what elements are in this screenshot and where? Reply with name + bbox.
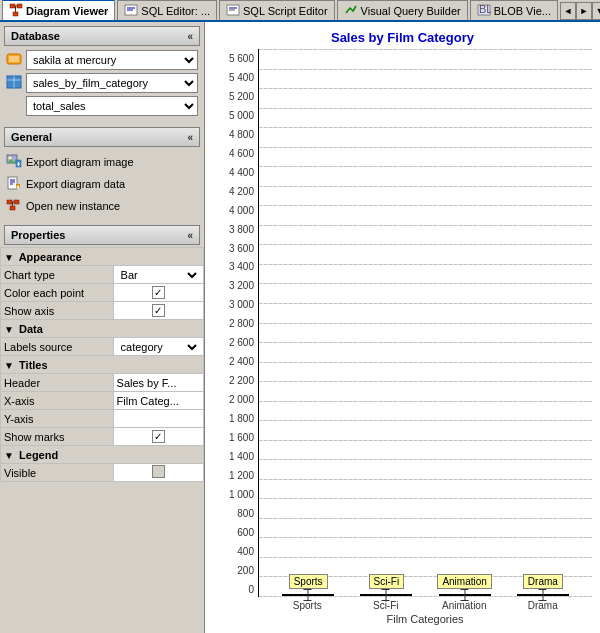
general-collapse-btn[interactable]: « — [187, 132, 193, 143]
left-panel: Database « sakila at mercury — [0, 22, 205, 633]
titles-group-label: Titles — [19, 359, 48, 371]
titles-collapse-icon[interactable]: ▼ — [4, 360, 14, 371]
x-axis-title: Film Categories — [258, 613, 592, 625]
color-each-point-label: Color each point — [4, 287, 84, 299]
visible-label-cell: Visible — [1, 464, 114, 482]
show-axis-checkbox[interactable]: ✓ — [152, 304, 165, 317]
bar[interactable] — [439, 594, 491, 596]
x-axis-value-cell[interactable]: Film Categ... — [113, 392, 203, 410]
y-axis-label: 5 400 — [229, 73, 254, 83]
svg-rect-1 — [17, 4, 22, 8]
properties-collapse-btn[interactable]: « — [187, 230, 193, 241]
svg-rect-33 — [10, 206, 15, 210]
header-value-cell[interactable]: Sales by F... — [113, 374, 203, 392]
y-axis-label: 5 200 — [229, 92, 254, 102]
labels-source-select[interactable]: category — [117, 340, 200, 354]
tab-visual-query[interactable]: Visual Query Builder — [337, 0, 468, 20]
y-axis-label: 2 200 — [229, 376, 254, 386]
y-axis-label: 3 200 — [229, 281, 254, 291]
y-axis-label: 1 600 — [229, 433, 254, 443]
connection-select[interactable]: sakila at mercury — [26, 50, 198, 70]
database-collapse-btn[interactable]: « — [187, 31, 193, 42]
tab-menu[interactable]: ▼ — [592, 2, 600, 20]
tab-diagram-viewer[interactable]: Diagram Viewer — [2, 0, 115, 20]
svg-text:BLB: BLB — [479, 3, 491, 15]
y-axis-row: Y-axis — [1, 410, 204, 428]
bar-tooltip: Sports — [289, 574, 328, 589]
data-group-label: Data — [19, 323, 43, 335]
y-axis-label: 4 600 — [229, 149, 254, 159]
color-each-point-checkbox[interactable]: ✓ — [152, 286, 165, 299]
x-axis-label: X-axis — [4, 395, 35, 407]
labels-source-value-cell: category — [113, 338, 203, 356]
visible-checkbox[interactable] — [152, 465, 165, 478]
y-axis-label-cell: Y-axis — [1, 410, 114, 428]
export-image-action[interactable]: Export diagram image — [6, 151, 198, 173]
tab-visual-query-label: Visual Query Builder — [361, 5, 461, 17]
y-axis-label: 4 400 — [229, 168, 254, 178]
appearance-collapse-icon[interactable]: ▼ — [4, 252, 14, 263]
tab-sql-editor[interactable]: SQL Editor: ... — [117, 0, 217, 20]
database-title: Database — [11, 30, 60, 42]
properties-section-body: ▼ Appearance Chart type Bar — [0, 247, 204, 482]
properties-section-header[interactable]: Properties « — [4, 225, 200, 245]
y-axis-label: 3 600 — [229, 244, 254, 254]
connection-row: sakila at mercury — [6, 50, 198, 70]
appearance-group-row: ▼ Appearance — [1, 248, 204, 266]
x-label: Sports — [277, 600, 337, 611]
show-marks-checkbox[interactable]: ✓ — [152, 430, 165, 443]
appearance-group-label: Appearance — [19, 251, 82, 263]
properties-title: Properties — [11, 229, 65, 241]
y-axis-label: 2 600 — [229, 338, 254, 348]
open-instance-action[interactable]: Open new instance — [6, 195, 198, 217]
tab-sql-script[interactable]: SQL Script Editor — [219, 0, 335, 20]
visible-value-cell — [113, 464, 203, 482]
chart-type-dropdown[interactable]: Bar — [117, 268, 200, 282]
x-axis-row: X-axis Film Categ... — [1, 392, 204, 410]
y-axis-label: 4 200 — [229, 187, 254, 197]
general-section-body: Export diagram image Export diagram data — [0, 149, 204, 221]
chart-type-select[interactable]: Bar — [117, 268, 200, 282]
svg-rect-14 — [9, 56, 19, 62]
tab-nav-buttons: ◄ ► ▼ — [560, 2, 600, 20]
error-bar — [542, 589, 543, 601]
properties-table: ▼ Appearance Chart type Bar — [0, 247, 204, 482]
database-section-header[interactable]: Database « — [4, 26, 200, 46]
error-bar — [464, 589, 465, 601]
labels-source-label-cell: Labels source — [1, 338, 114, 356]
labels-source-dropdown[interactable]: category — [117, 340, 200, 354]
bar-tooltip: Animation — [437, 574, 491, 589]
y-axis-label: 1 000 — [229, 490, 254, 500]
labels-source-row: Labels source category — [1, 338, 204, 356]
data-group-header: ▼ Data — [1, 320, 204, 338]
bar[interactable] — [360, 594, 412, 596]
grid-and-bars: SportsSci-FiAnimationDrama — [258, 49, 592, 597]
svg-rect-31 — [7, 200, 12, 204]
bar[interactable] — [282, 594, 334, 596]
tab-scroll-right[interactable]: ► — [576, 2, 592, 20]
x-label: Sci-Fi — [356, 600, 416, 611]
svg-rect-0 — [10, 4, 15, 8]
general-section-header[interactable]: General « — [4, 127, 200, 147]
legend-collapse-icon[interactable]: ▼ — [4, 450, 14, 461]
chart-type-value-cell: Bar — [113, 266, 203, 284]
table-select[interactable]: sales_by_film_category — [26, 73, 198, 93]
query-icon — [344, 3, 358, 19]
y-axis-label: 3 400 — [229, 262, 254, 272]
chart-title: Sales by Film Category — [213, 30, 592, 45]
show-marks-label: Show marks — [4, 431, 65, 443]
tab-scroll-left[interactable]: ◄ — [560, 2, 576, 20]
tab-blob-view[interactable]: BLB BLOB Vie... — [470, 0, 558, 20]
export-data-action[interactable]: Export diagram data — [6, 173, 198, 195]
export-data-icon — [6, 175, 22, 193]
y-axis-value-cell[interactable] — [113, 410, 203, 428]
y-axis-label: 200 — [237, 566, 254, 576]
bar-tooltip: Drama — [523, 574, 563, 589]
column-select[interactable]: total_sales — [26, 96, 198, 116]
show-axis-value-cell: ✓ — [113, 302, 203, 320]
show-marks-value-cell: ✓ — [113, 428, 203, 446]
data-collapse-icon[interactable]: ▼ — [4, 324, 14, 335]
bar[interactable] — [517, 594, 569, 596]
y-axis-label: 4 800 — [229, 130, 254, 140]
bar-wrapper — [282, 594, 334, 596]
